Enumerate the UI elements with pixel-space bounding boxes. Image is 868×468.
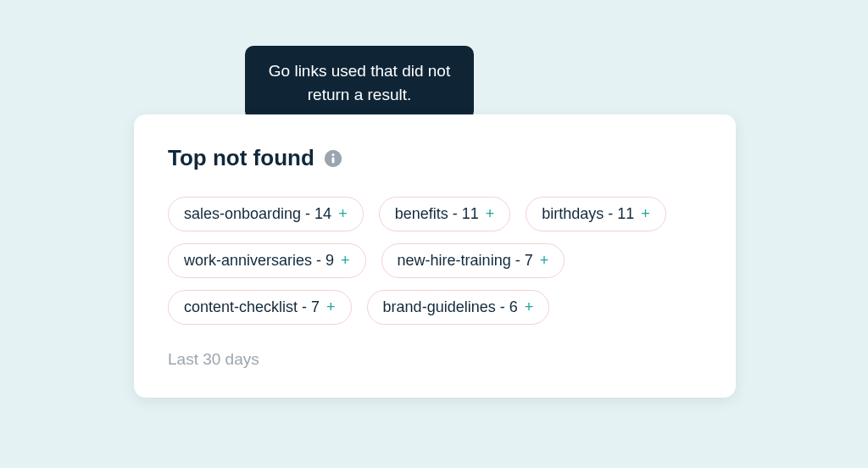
chip-content-checklist[interactable]: content-checklist - 7 + bbox=[168, 290, 352, 325]
chip-label: content-checklist - 7 bbox=[184, 298, 320, 316]
svg-point-1 bbox=[331, 153, 334, 155]
card-footer: Last 30 days bbox=[168, 350, 702, 369]
chip-label: work-anniversaries - 9 bbox=[184, 252, 334, 270]
tooltip-text: Go links used that did not return a resu… bbox=[269, 62, 450, 103]
plus-icon: + bbox=[525, 298, 534, 316]
chip-sales-onboarding[interactable]: sales-onboarding - 14 + bbox=[168, 197, 364, 231]
chip-birthdays[interactable]: birthdays - 11 + bbox=[526, 197, 666, 231]
plus-icon: + bbox=[326, 298, 336, 316]
top-not-found-card: Top not found sales-onboarding - 14 + be… bbox=[134, 114, 736, 398]
not-found-chips: sales-onboarding - 14 + benefits - 11 + … bbox=[168, 197, 702, 325]
plus-icon: + bbox=[540, 252, 549, 270]
chip-label: benefits - 11 bbox=[395, 205, 479, 223]
chip-label: brand-guidelines - 6 bbox=[383, 298, 518, 316]
plus-icon: + bbox=[641, 205, 650, 223]
plus-icon: + bbox=[486, 205, 495, 223]
chip-new-hire-training[interactable]: new-hire-training - 7 + bbox=[381, 243, 565, 278]
info-icon[interactable] bbox=[325, 150, 342, 167]
plus-icon: + bbox=[341, 252, 350, 270]
card-header: Top not found bbox=[168, 145, 702, 171]
info-tooltip: Go links used that did not return a resu… bbox=[245, 46, 474, 120]
card-title: Top not found bbox=[168, 145, 314, 171]
chip-work-anniversaries[interactable]: work-anniversaries - 9 + bbox=[168, 243, 366, 278]
chip-brand-guidelines[interactable]: brand-guidelines - 6 + bbox=[367, 290, 550, 325]
svg-rect-2 bbox=[331, 157, 334, 163]
chip-label: new-hire-training - 7 bbox=[398, 252, 533, 270]
plus-icon: + bbox=[338, 205, 348, 223]
chip-label: sales-onboarding - 14 bbox=[184, 205, 331, 223]
chip-label: birthdays - 11 bbox=[542, 205, 634, 223]
chip-benefits[interactable]: benefits - 11 + bbox=[379, 197, 511, 231]
